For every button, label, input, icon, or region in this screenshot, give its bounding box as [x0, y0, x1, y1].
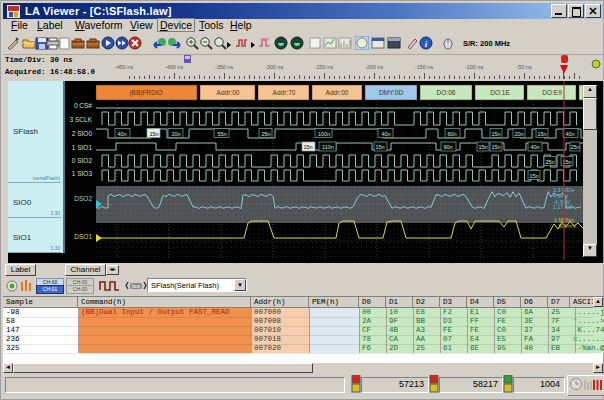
- svg-text:90n: 90n: [443, 144, 452, 150]
- svg-text:15n: 15n: [491, 131, 500, 137]
- svg-text:Addr:00: Addr:00: [217, 89, 240, 96]
- svg-text:(BB)FRDIO: (BB)FRDIO: [129, 89, 162, 97]
- svg-text:100n: 100n: [318, 131, 330, 137]
- svg-text:DO:06: DO:06: [437, 89, 456, 96]
- svg-text:40n: 40n: [565, 131, 574, 137]
- svg-text:306 mV: 306 mV: [558, 223, 577, 229]
- svg-text:15n: 15n: [529, 173, 538, 179]
- svg-text:15n: 15n: [303, 144, 312, 150]
- svg-text:DO:E9: DO:E9: [542, 89, 562, 96]
- svg-text:55n: 55n: [217, 131, 226, 137]
- svg-text:bus: bus: [132, 283, 141, 289]
- svg-text:Addr:00: Addr:00: [326, 89, 349, 96]
- svg-text:40n: 40n: [381, 131, 390, 137]
- svg-text:DMY:0D: DMY:0D: [379, 89, 404, 96]
- svg-text:40n: 40n: [117, 131, 126, 137]
- svg-text:25n: 25n: [261, 131, 270, 137]
- svg-text:25n: 25n: [545, 159, 554, 165]
- svg-text:25n: 25n: [570, 144, 579, 150]
- svg-text:20n: 20n: [171, 131, 180, 137]
- svg-text:Addr:70: Addr:70: [273, 89, 296, 96]
- svg-text:110n: 110n: [322, 144, 334, 150]
- svg-text:1.17 mV: 1.17 mV: [553, 204, 573, 210]
- svg-text:15n: 15n: [491, 144, 500, 150]
- svg-text:20n: 20n: [514, 131, 523, 137]
- svg-text:15n: 15n: [537, 131, 546, 137]
- svg-text:15n: 15n: [478, 144, 487, 150]
- svg-text:15n: 15n: [149, 131, 158, 137]
- svg-text:15n: 15n: [375, 144, 384, 150]
- svg-text:60n: 60n: [447, 131, 456, 137]
- svg-text:DO:1E: DO:1E: [490, 89, 510, 96]
- svg-text:40n: 40n: [530, 144, 539, 150]
